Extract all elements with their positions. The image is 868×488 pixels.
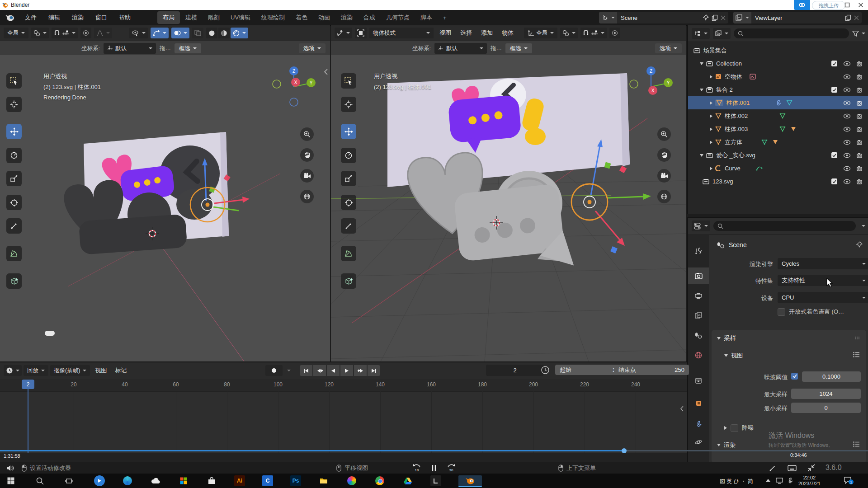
hide-eye-icon[interactable] (843, 166, 851, 171)
hide-eye-icon[interactable] (843, 74, 851, 80)
proportional-editing-toggle-right[interactable] (609, 28, 620, 38)
current-frame-marker[interactable]: 2 (22, 380, 34, 389)
expand-arrow[interactable] (710, 75, 712, 79)
menu-object[interactable]: 物体 (499, 29, 517, 37)
disable-render-camera-icon[interactable] (857, 140, 863, 145)
tool-transform-r[interactable] (341, 195, 356, 210)
tab-texture-paint[interactable]: 纹理绘制 (256, 11, 290, 24)
taskbar-app-blender-active[interactable] (458, 475, 482, 487)
outliner-row-cylinder-001[interactable]: 柱体.001 (688, 96, 868, 109)
play-button[interactable] (340, 365, 353, 376)
denoise-row[interactable]: 降噪 (724, 424, 754, 432)
menu-select[interactable]: 选择 (457, 29, 475, 37)
player-progress-filled[interactable] (0, 450, 624, 451)
playhead-line[interactable] (28, 380, 28, 453)
taskbar-app-dark[interactable] (430, 475, 441, 486)
task-view-button[interactable] (63, 475, 74, 486)
feature-set-dropdown[interactable]: 支持特性 (778, 275, 868, 286)
frame-end-field[interactable]: 结束点 250 (614, 365, 689, 375)
taskbar-app-chrome[interactable] (374, 475, 385, 486)
snap-cursor-dropdown[interactable] (335, 28, 352, 38)
screen-keyboard-icon[interactable] (788, 465, 797, 471)
ime-indicator[interactable]: 図 英 ひ ・ 简 (720, 478, 753, 485)
disable-render-camera-icon[interactable] (857, 166, 863, 171)
add-workspace-button[interactable]: + (438, 12, 452, 23)
timeline-collapse-arrow[interactable] (680, 406, 684, 412)
select-mode-dropdown[interactable]: 框选 (175, 43, 201, 53)
snap-toggle-right[interactable] (580, 28, 607, 38)
taskbar-app-media[interactable] (94, 475, 105, 486)
taskbar-app-illustrator[interactable]: Ai (234, 475, 245, 486)
pan-view-button[interactable] (300, 148, 314, 162)
options-dropdown-right[interactable]: 选项 (655, 43, 682, 53)
properties-editor-dropdown[interactable] (692, 221, 710, 231)
recorder-badge[interactable] (794, 0, 810, 10)
scene-name[interactable]: Scene (617, 14, 703, 21)
menu-edit[interactable]: 编辑 (42, 14, 66, 22)
tab-modifier-properties[interactable] (688, 416, 709, 432)
viewlayer-browse-icon[interactable] (733, 12, 751, 23)
scene-copy-icon[interactable] (712, 14, 718, 21)
tool-annotate-r[interactable] (341, 218, 356, 234)
navigation-axis-gizmo[interactable]: Z Y X (271, 64, 316, 109)
tool-annotate[interactable] (6, 218, 22, 234)
hide-eye-icon[interactable] (843, 100, 851, 106)
menu-help[interactable]: 帮助 (113, 14, 137, 22)
taskbar-app-photoshop[interactable]: Ps (290, 475, 301, 486)
blender-logo-icon[interactable] (5, 13, 15, 22)
next-keyframe-button[interactable] (354, 365, 367, 376)
sidebar-collapse-arrow[interactable] (324, 69, 328, 75)
tab-tool[interactable] (688, 243, 709, 259)
outliner-row-collection[interactable]: Collection (688, 57, 868, 70)
device-dropdown[interactable]: CPU (778, 292, 868, 303)
pan-view-button-r[interactable] (657, 148, 671, 162)
disable-render-camera-icon[interactable] (857, 179, 863, 184)
show-overlays-toggle[interactable] (171, 28, 189, 38)
tool-add-primitive[interactable] (6, 273, 22, 289)
outliner-row-cylinder-002[interactable]: 柱体.002 (688, 109, 868, 122)
expand-arrow[interactable] (700, 62, 703, 65)
tray-display-icon[interactable] (776, 478, 783, 484)
noise-threshold-field[interactable]: 0.1000 (802, 371, 861, 382)
expand-arrow[interactable] (710, 114, 712, 118)
coord-system-dropdown-right[interactable]: 默认 (434, 43, 487, 54)
outliner-filter-dropdown[interactable] (852, 31, 865, 37)
outliner-row-scene-collection[interactable]: 场景集合 (688, 44, 868, 57)
scene-selector[interactable]: Scene (599, 12, 728, 23)
collection-checkbox[interactable] (831, 152, 837, 158)
tray-expand-icon[interactable] (766, 479, 770, 482)
timeline-scroll-strip[interactable] (0, 453, 687, 463)
speaker-icon[interactable] (6, 465, 15, 472)
camera-view-button[interactable] (300, 169, 314, 183)
close-button[interactable] (858, 2, 863, 8)
prev-keyframe-button[interactable] (313, 365, 326, 376)
scene-unlink-icon[interactable] (721, 15, 726, 20)
coord-system-dropdown[interactable]: 默认 (104, 43, 156, 54)
player-progress-remaining[interactable] (624, 450, 868, 451)
collection-checkbox[interactable] (831, 178, 837, 184)
navigation-axis-gizmo-right[interactable]: Z Y X (628, 64, 674, 109)
disable-render-camera-icon[interactable] (857, 87, 863, 93)
pivot-point-dropdown[interactable] (31, 28, 49, 38)
tray-clock[interactable]: 22:02 2023/7/21 (798, 475, 821, 487)
orientation-dropdown[interactable]: 全局 (4, 28, 28, 38)
use-preview-range-button[interactable] (541, 366, 550, 375)
upload-button[interactable]: 拖拽上传 (812, 1, 845, 10)
tab-physics-properties[interactable] (688, 434, 709, 450)
tab-sculpting[interactable]: 雕刻 (203, 11, 225, 24)
taskbar-app-tiles[interactable] (178, 475, 189, 486)
pin-icon[interactable] (703, 14, 709, 21)
viewlayer-remove-icon[interactable] (854, 15, 859, 20)
outliner-row-collection-2[interactable]: 集合 2 (688, 83, 868, 96)
tab-shading[interactable]: 着色 (290, 11, 313, 24)
object-mode-dropdown[interactable]: 物体模式 (369, 28, 434, 38)
mode-icon-box[interactable] (355, 28, 367, 38)
jump-to-end-button[interactable] (368, 365, 380, 376)
snap-toggle-and-dropdown[interactable] (52, 28, 78, 38)
outliner-row-123-svg[interactable]: 123.svg (688, 175, 868, 188)
collection-checkbox[interactable] (831, 61, 837, 66)
render-engine-dropdown[interactable]: Cycles (778, 258, 868, 269)
menu-window[interactable]: 窗口 (90, 14, 113, 22)
options-dropdown[interactable]: 选项 (299, 43, 326, 53)
pivot-point-dropdown-right[interactable] (560, 28, 578, 38)
